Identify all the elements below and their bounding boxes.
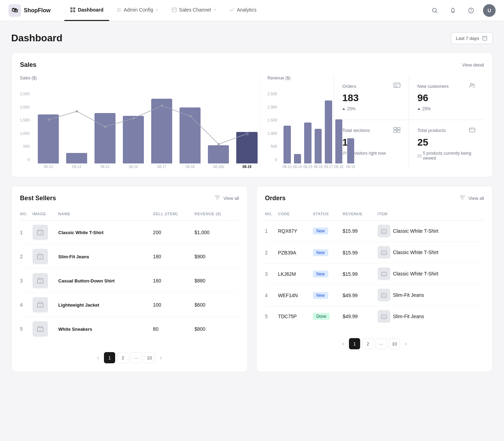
bar-label: 08-16 <box>129 165 138 169</box>
orders-panel: Orders View all NO. CODE STATUS REVENUE … <box>256 186 493 372</box>
bottom-panels: Best Sellers View all NO. IMAGE NAME SEL… <box>11 186 493 372</box>
rev-bar[interactable] <box>284 126 290 163</box>
rev-bar[interactable] <box>294 154 301 163</box>
table-row: 5 White Sneakers 80 $800 <box>20 317 239 341</box>
cell-code: WEF14N <box>278 285 313 306</box>
chart-bar[interactable] <box>151 99 172 163</box>
best-sellers-view-all[interactable]: View all <box>223 196 239 201</box>
best-sellers-filter-btn[interactable] <box>214 195 220 202</box>
svg-point-41 <box>40 304 41 306</box>
chart-bar[interactable] <box>66 153 87 163</box>
revenue-chart-label: Revenue ($) <box>267 76 334 80</box>
chart-bar[interactable] <box>236 132 257 163</box>
nav-admin-config[interactable]: Admin Config <box>111 0 164 21</box>
cell-order-no: 3 <box>265 263 278 285</box>
status-badge: New <box>313 292 328 299</box>
chart-bar[interactable] <box>208 145 229 163</box>
cell-status: New <box>313 242 343 263</box>
status-badge: New <box>313 249 328 256</box>
rev-bar[interactable] <box>335 119 342 163</box>
nav-dashboard[interactable]: Dashboard <box>64 0 109 21</box>
chart-bar[interactable] <box>38 114 59 163</box>
chart-bar[interactable] <box>123 116 144 163</box>
orders-pagination: ‹ 1 2 ··· 10 › <box>265 334 484 349</box>
col-item: ITEM <box>378 209 484 220</box>
bar-label: 08-19 <box>243 165 252 169</box>
notifications-button[interactable] <box>447 4 459 17</box>
svg-text:?: ? <box>470 9 472 13</box>
chart-bar[interactable] <box>94 113 115 163</box>
bar-group: 08-18 <box>177 99 203 169</box>
page-dots-btn[interactable]: ··· <box>131 352 142 363</box>
page-header: Dashboard Last 7 days <box>11 32 493 44</box>
sections-icon <box>393 127 400 134</box>
date-filter-label: Last 7 days <box>456 36 479 41</box>
nav-sales-channel[interactable]: Sales Channel <box>166 0 222 21</box>
page-1-btn[interactable]: 1 <box>104 352 115 363</box>
rev-bar[interactable] <box>325 100 332 163</box>
orders-page-1-btn[interactable]: 1 <box>349 338 360 349</box>
orders-filter-btn[interactable] <box>459 195 465 202</box>
chart-bar[interactable] <box>180 107 201 163</box>
stat-orders-label: Orders <box>342 84 356 89</box>
rev-bar-label: 08-14 <box>293 165 302 169</box>
orders-page-2-btn[interactable]: 2 <box>362 338 373 349</box>
cell-item: Classic White T-Shirt <box>378 242 484 263</box>
orders-page-10-btn[interactable]: 10 <box>389 338 400 349</box>
rev-bar[interactable] <box>347 138 354 163</box>
cell-no: 5 <box>20 317 33 341</box>
best-sellers-actions: View all <box>214 195 239 202</box>
help-button[interactable]: ? <box>465 4 477 17</box>
bell-icon <box>450 7 456 14</box>
status-badge: Done <box>313 313 330 320</box>
cell-order-revenue: $49.99 <box>343 285 378 306</box>
stat-customers-value: 96 <box>418 92 476 104</box>
order-product-thumbnail <box>378 289 390 301</box>
orders-icon <box>393 83 400 90</box>
bar-group: 08-19 <box>234 99 260 169</box>
orders-prev-page-btn[interactable]: ‹ <box>340 339 347 348</box>
table-row: 2 Slim-Fit Jeans 180 $900 <box>20 245 239 269</box>
cell-sell: 160 <box>153 269 195 293</box>
search-button[interactable] <box>428 4 441 17</box>
stat-orders-header: Orders <box>342 83 400 90</box>
status-badge: New <box>313 271 328 278</box>
rev-bar-label: 08-18 <box>334 165 343 169</box>
table-header-row: NO. IMAGE NAME SELL (ITEM) REVENUE ($) <box>20 209 239 220</box>
stat-total-products: Total products 25 5 products currently b… <box>409 120 484 169</box>
cell-name: Slim-Fit Jeans <box>58 245 153 269</box>
rev-bar-group: 08-19 <box>346 99 355 169</box>
logo[interactable]: 🛍 ShopFlow <box>8 4 50 17</box>
page-10-btn[interactable]: 10 <box>144 352 155 363</box>
svg-point-39 <box>40 280 41 282</box>
cell-no: 1 <box>20 220 33 245</box>
next-page-btn[interactable]: › <box>157 353 164 362</box>
svg-rect-1 <box>73 7 75 9</box>
rev-bar[interactable] <box>304 122 311 163</box>
user-avatar[interactable]: U <box>483 4 496 17</box>
bar-label: 08-18b <box>213 165 224 169</box>
order-product-thumbnail <box>378 267 390 280</box>
svg-rect-7 <box>172 9 176 12</box>
prev-page-btn[interactable]: ‹ <box>94 353 102 362</box>
orders-page-dots-btn[interactable]: ··· <box>376 338 387 349</box>
view-detail-link[interactable]: View detail <box>462 62 484 68</box>
page-title: Dashboard <box>11 33 62 44</box>
rev-bar[interactable] <box>315 129 322 163</box>
cell-status: New <box>313 263 343 285</box>
svg-point-45 <box>383 231 385 232</box>
date-filter[interactable]: Last 7 days <box>451 32 493 44</box>
sales-card-title: Sales <box>20 61 36 69</box>
orders-next-page-btn[interactable]: › <box>402 339 410 348</box>
orders-view-all[interactable]: View all <box>468 196 484 201</box>
svg-point-43 <box>40 329 41 330</box>
svg-rect-11 <box>483 36 487 40</box>
rev-bar-group: 08-14 <box>293 99 302 169</box>
nav-analytics[interactable]: Analytics <box>224 0 262 21</box>
revenue-chart: Revenue ($) 2,500 2,000 1,500 1,000 500 … <box>260 76 334 169</box>
page-2-btn[interactable]: 2 <box>117 352 128 363</box>
cell-order-revenue: $15.99 <box>343 263 378 285</box>
sales-card: Sales View detail Sales ($) 2,500 2,000 … <box>11 52 493 177</box>
col-revenue: REVENUE ($) <box>195 209 239 220</box>
cell-name: Classic White T-Shirt <box>58 220 153 245</box>
